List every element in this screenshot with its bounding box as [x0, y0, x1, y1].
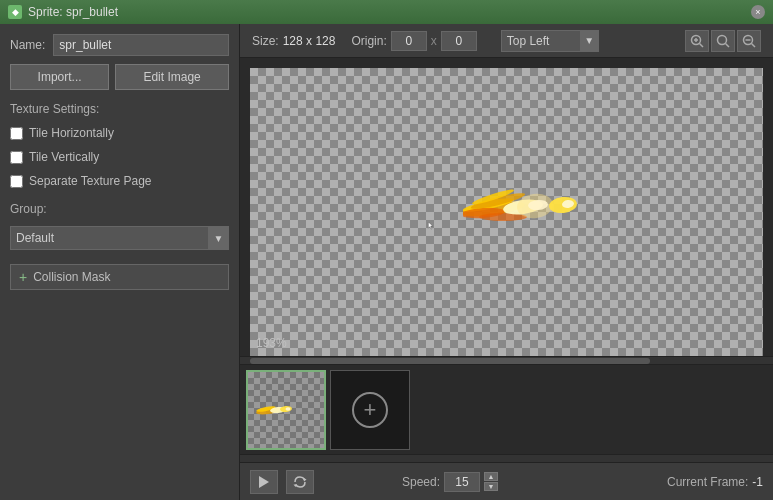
origin-x-input[interactable] — [391, 31, 427, 51]
separate-texture-checkbox[interactable] — [10, 175, 23, 188]
tile-h-row: Tile Horizontally — [10, 126, 229, 140]
svg-marker-27 — [303, 477, 307, 481]
speed-arrows: ▲ ▼ — [484, 472, 498, 491]
group-select-wrapper: Default ▼ — [10, 226, 229, 250]
group-select-arrow: ▼ — [209, 226, 229, 250]
info-bar: Size: 128 x 128 Origin: x Top Left Top C… — [240, 24, 773, 58]
name-input[interactable] — [53, 34, 229, 56]
size-item: Size: 128 x 128 — [252, 34, 335, 48]
align-select-arrow: ▼ — [581, 30, 599, 52]
name-label: Name: — [10, 38, 45, 52]
button-row: Import... Edit Image — [10, 64, 229, 90]
separate-texture-label[interactable]: Separate Texture Page — [29, 174, 152, 188]
svg-point-25 — [286, 407, 291, 411]
right-panel: Size: 128 x 128 Origin: x Top Left Top C… — [240, 24, 773, 500]
window-title: Sprite: spr_bullet — [28, 5, 118, 19]
separate-texture-row: Separate Texture Page — [10, 174, 229, 188]
zoom-fit-icon — [716, 34, 730, 48]
frames-strip[interactable]: + — [240, 364, 773, 454]
frame-0[interactable] — [246, 370, 326, 450]
zoom-buttons — [685, 30, 761, 52]
tile-vertical-label[interactable]: Tile Vertically — [29, 150, 99, 164]
speed-down-button[interactable]: ▼ — [484, 482, 498, 491]
speed-up-button[interactable]: ▲ — [484, 472, 498, 481]
speed-input[interactable] — [444, 472, 480, 492]
edit-image-button[interactable]: Edit Image — [115, 64, 229, 90]
main-container: Name: Import... Edit Image Texture Setti… — [0, 24, 773, 500]
group-select[interactable]: Default — [10, 226, 209, 250]
canvas-scrollbar[interactable] — [240, 356, 773, 364]
canvas-scrollbar-thumb[interactable] — [250, 358, 650, 364]
texture-settings-label: Texture Settings: — [10, 102, 229, 116]
speed-label: Speed: — [402, 475, 440, 489]
align-select-wrapper: Top Left Top Center Center ▼ — [501, 30, 599, 52]
align-select[interactable]: Top Left Top Center Center — [501, 30, 581, 52]
group-label: Group: — [10, 202, 229, 216]
sprite-preview — [463, 167, 603, 247]
current-frame-group: Current Frame: -1 — [667, 475, 763, 489]
current-frame-value: -1 — [752, 475, 763, 489]
bottom-bar: Speed: ▲ ▼ Current Frame: -1 — [240, 462, 773, 500]
collision-mask-label: Collision Mask — [33, 270, 110, 284]
import-button[interactable]: Import... — [10, 64, 109, 90]
zoom-out-icon — [742, 34, 756, 48]
zoom-label: 193% — [256, 336, 287, 350]
size-value: 128 x 128 — [283, 34, 336, 48]
origin-item: Origin: x — [351, 31, 476, 51]
origin-label: Origin: — [351, 34, 386, 48]
add-frame-button[interactable]: + — [330, 370, 410, 450]
zoom-in-button[interactable] — [685, 30, 709, 52]
app-icon: ◆ — [8, 5, 22, 19]
tile-v-row: Tile Vertically — [10, 150, 229, 164]
svg-point-4 — [718, 35, 727, 44]
zoom-in-icon — [690, 34, 704, 48]
loop-button[interactable] — [286, 470, 314, 494]
collision-mask-button[interactable]: + Collision Mask — [10, 264, 229, 290]
origin-y-input[interactable] — [441, 31, 477, 51]
zoom-out-button[interactable] — [737, 30, 761, 52]
size-label: Size: — [252, 34, 279, 48]
left-panel: Name: Import... Edit Image Texture Setti… — [0, 24, 240, 500]
loop-icon — [293, 476, 307, 488]
zoom-fit-button[interactable] — [711, 30, 735, 52]
svg-line-5 — [726, 43, 730, 47]
svg-marker-26 — [259, 476, 269, 488]
svg-line-7 — [752, 43, 756, 47]
canvas-area[interactable]: 193% — [240, 58, 773, 356]
play-icon — [259, 476, 269, 488]
add-frame-icon: + — [352, 392, 388, 428]
frame-0-preview — [256, 395, 316, 425]
tile-vertical-checkbox[interactable] — [10, 151, 23, 164]
tile-horizontal-label[interactable]: Tile Horizontally — [29, 126, 114, 140]
current-frame-label: Current Frame: — [667, 475, 748, 489]
tile-horizontal-checkbox[interactable] — [10, 127, 23, 140]
frame-scrollbar[interactable] — [240, 454, 773, 462]
play-button[interactable] — [250, 470, 278, 494]
origin-x-separator: x — [431, 34, 437, 48]
svg-line-1 — [700, 43, 704, 47]
title-bar: ◆ Sprite: spr_bullet × — [0, 0, 773, 24]
close-button[interactable]: × — [751, 5, 765, 19]
name-row: Name: — [10, 34, 229, 56]
plus-icon: + — [19, 269, 27, 285]
speed-group: Speed: ▲ ▼ — [402, 472, 498, 492]
